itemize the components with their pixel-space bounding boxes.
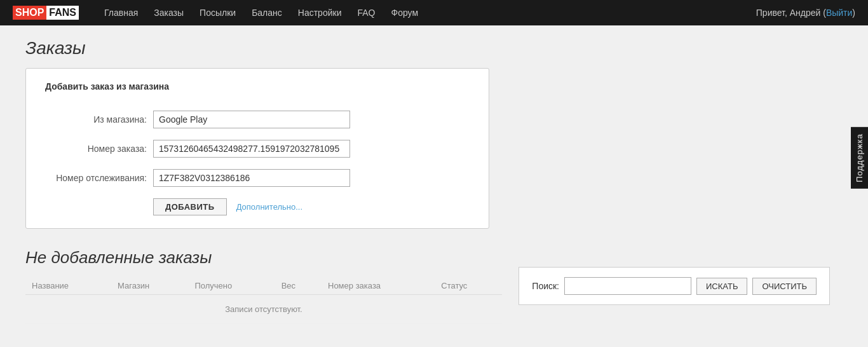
orders-table: Название Магазин Получено Вес Номер зака… — [25, 277, 502, 324]
support-sidebar[interactable]: Поддержка — [851, 127, 868, 189]
order-number-row: Номер заказа: — [45, 140, 470, 158]
col-store: Магазин — [111, 277, 188, 295]
store-label: Из магазина: — [45, 114, 147, 125]
nav-faq[interactable]: FAQ — [357, 8, 375, 18]
greeting-end: ) — [852, 8, 855, 18]
nav-home[interactable]: Главная — [104, 8, 138, 18]
nav-orders[interactable]: Заказы — [154, 8, 184, 18]
table-header-row: Название Магазин Получено Вес Номер зака… — [25, 277, 502, 295]
col-received: Получено — [188, 277, 275, 295]
col-order-number: Номер заказа — [322, 277, 435, 295]
header: SHOP FANS Главная Заказы Посылки Баланс … — [0, 0, 868, 25]
logo-fans: FANS — [46, 6, 79, 20]
form-buttons: ДОБАВИТЬ Дополнительно... — [153, 198, 470, 215]
tracking-input[interactable] — [153, 169, 350, 187]
logo[interactable]: SHOP FANS — [13, 6, 79, 20]
order-number-input[interactable] — [153, 140, 350, 158]
logout-link[interactable]: Выйти — [826, 8, 852, 18]
main-nav: Главная Заказы Посылки Баланс Настройки … — [104, 8, 737, 18]
tracking-label: Номер отслеживания: — [45, 173, 147, 183]
search-section: Поиск: ИСКАТЬ ОЧИСТИТЬ — [519, 267, 830, 305]
table-header: Название Магазин Получено Вес Номер зака… — [25, 277, 502, 295]
col-weight: Вес — [275, 277, 322, 295]
nav-forum[interactable]: Форум — [391, 8, 418, 18]
empty-row: Записи отсутствуют. — [25, 295, 502, 324]
page-title: Заказы — [25, 38, 801, 58]
order-number-label: Номер заказа: — [45, 144, 147, 154]
store-input[interactable] — [153, 111, 350, 128]
table-body: Записи отсутствуют. — [25, 295, 502, 324]
store-row: Из магазина: — [45, 111, 470, 128]
empty-message: Записи отсутствуют. — [25, 295, 502, 324]
not-added-title: Не добавленные заказы — [25, 248, 801, 268]
search-label: Поиск: — [532, 281, 559, 291]
user-info: Привет, Андрей (Выйти) — [756, 8, 855, 18]
tracking-row: Номер отслеживания: — [45, 169, 470, 187]
col-status: Статус — [435, 277, 502, 295]
nav-parcels[interactable]: Посылки — [200, 8, 236, 18]
nav-balance[interactable]: Баланс — [252, 8, 282, 18]
logo-shop: SHOP — [13, 6, 46, 20]
search-input[interactable] — [564, 277, 691, 295]
clear-button[interactable]: ОЧИСТИТЬ — [752, 278, 817, 295]
add-button[interactable]: ДОБАВИТЬ — [153, 198, 227, 215]
search-button[interactable]: ИСКАТЬ — [696, 278, 747, 295]
nav-settings[interactable]: Настройки — [298, 8, 342, 18]
col-name: Название — [25, 277, 111, 295]
more-link[interactable]: Дополнительно... — [236, 202, 302, 212]
page-content: Заказы Добавить заказ из магазина Из маг… — [0, 25, 826, 337]
add-order-form: Добавить заказ из магазина Из магазина: … — [25, 68, 489, 229]
form-title: Добавить заказ из магазина — [45, 81, 470, 98]
greeting-text: Привет, Андрей ( — [756, 8, 826, 18]
